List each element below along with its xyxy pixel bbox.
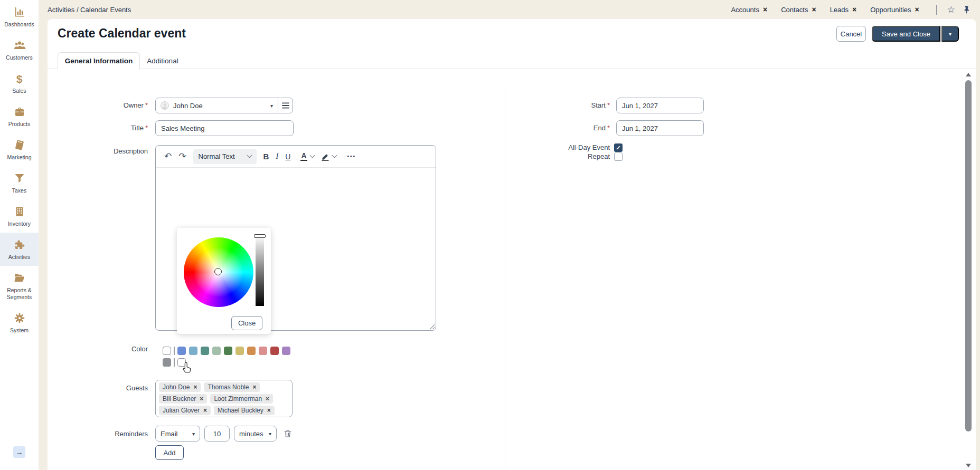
font-color-letter: A <box>300 152 307 161</box>
guest-tag: John Doe× <box>159 382 201 392</box>
more-options-button[interactable]: ••• <box>347 154 356 159</box>
owner-value: John Doe <box>173 102 203 110</box>
required-mark: * <box>607 124 610 132</box>
star-icon[interactable]: ☆ <box>947 5 955 14</box>
remove-guest-icon[interactable]: × <box>267 407 271 414</box>
quick-tab-label: Accounts <box>731 6 759 14</box>
start-date-input[interactable] <box>616 98 704 113</box>
color-swatch[interactable] <box>212 347 221 355</box>
italic-button[interactable]: I <box>276 152 278 161</box>
undo-icon[interactable]: ↶ <box>164 151 172 162</box>
reminder-type-select[interactable]: Email ▾ <box>155 426 200 442</box>
bold-button[interactable]: B <box>263 152 269 161</box>
sidebar-item-inventory[interactable]: Inventory <box>0 199 39 233</box>
color-swatch[interactable] <box>201 347 209 355</box>
close-button[interactable]: Close <box>231 316 262 330</box>
owner-select[interactable]: John Doe ▾ <box>155 98 278 113</box>
building-icon <box>13 205 26 218</box>
close-icon[interactable]: × <box>763 6 767 13</box>
sidebar-item-label: Marketing <box>6 154 32 161</box>
avatar <box>161 101 169 110</box>
color-swatch-none[interactable] <box>163 347 171 355</box>
required-mark: * <box>607 101 610 109</box>
sidebar-item-label: Inventory <box>7 220 32 227</box>
color-swatch-custom[interactable] <box>177 358 186 367</box>
guests-input[interactable]: John Doe× Thomas Noble× Bill Buckner× Lo… <box>155 380 293 417</box>
color-swatch[interactable] <box>224 347 232 355</box>
pin-icon[interactable] <box>963 5 972 14</box>
color-swatch[interactable] <box>259 347 267 355</box>
trash-icon[interactable] <box>283 429 293 438</box>
cancel-button[interactable]: Cancel <box>836 26 866 42</box>
sidebar-item-marketing[interactable]: Marketing <box>0 133 39 166</box>
font-color-button[interactable]: A <box>300 152 314 161</box>
color-swatch-gray[interactable] <box>163 358 171 367</box>
all-day-checkbox[interactable]: ✓ <box>614 143 623 152</box>
sidebar-item-dashboards[interactable]: Dashboards <box>0 0 39 33</box>
brightness-bar[interactable] <box>256 235 264 306</box>
chevron-down-icon <box>332 153 337 158</box>
title-label: Title* <box>48 120 148 136</box>
sidebar-item-system[interactable]: System <box>0 306 39 339</box>
add-reminder-button[interactable]: Add <box>155 445 184 460</box>
quick-tab-accounts[interactable]: Accounts × <box>731 6 767 14</box>
bar-chart-icon <box>13 5 26 19</box>
save-dropdown-button[interactable]: ▾ <box>941 26 959 42</box>
reminder-unit-value: minutes <box>239 430 263 438</box>
repeat-checkbox[interactable] <box>614 152 623 161</box>
sidebar-item-customers[interactable]: Customers <box>0 33 39 66</box>
color-swatch[interactable] <box>282 347 290 355</box>
end-date-input[interactable] <box>616 120 704 136</box>
chevron-down-icon <box>247 153 252 158</box>
sidebar-item-activities[interactable]: Activities <box>0 233 39 266</box>
color-swatch[interactable] <box>189 347 197 355</box>
sidebar-item-taxes[interactable]: Taxes <box>0 166 39 199</box>
close-icon[interactable]: × <box>915 6 919 13</box>
save-and-close-button[interactable]: Save and Close <box>872 26 940 42</box>
close-icon[interactable]: × <box>852 6 856 13</box>
guest-tag: Loot Zimmerman× <box>210 394 273 404</box>
sidebar-item-products[interactable]: Products <box>0 100 39 133</box>
quick-tab-contacts[interactable]: Contacts × <box>781 6 816 14</box>
topbar: Activities / Calendar Events Accounts × … <box>39 0 980 19</box>
quick-tab-leads[interactable]: Leads × <box>830 6 857 14</box>
underline-button[interactable]: U <box>285 152 290 161</box>
tab-general-information[interactable]: General Information <box>58 52 140 70</box>
color-swatch[interactable] <box>247 347 256 355</box>
scrollbar-thumb[interactable] <box>965 80 972 431</box>
reminder-unit-select[interactable]: minutes ▾ <box>234 426 277 442</box>
quick-tab-label: Leads <box>830 6 849 14</box>
page-title: Create Calendar event <box>58 26 186 41</box>
remove-guest-icon[interactable]: × <box>203 407 207 414</box>
tab-additional[interactable]: Additional <box>146 52 179 69</box>
color-swatch[interactable] <box>235 347 244 355</box>
guests-label: Guests <box>48 384 148 392</box>
color-wheel-selector[interactable] <box>214 268 222 275</box>
sidebar: Dashboards Customers $ Sales Products Ma… <box>0 0 39 470</box>
highlight-color-button[interactable] <box>321 152 336 161</box>
color-swatch[interactable] <box>270 347 279 355</box>
scrollbar-down-arrow[interactable] <box>966 464 971 467</box>
gear-icon <box>13 311 26 325</box>
remove-guest-icon[interactable]: × <box>193 383 197 391</box>
remove-guest-icon[interactable]: × <box>252 383 256 391</box>
sidebar-item-reports-segments[interactable]: Reports & Segments <box>0 266 39 306</box>
close-icon[interactable]: × <box>812 6 816 13</box>
paragraph-style-select[interactable]: Normal Text <box>193 149 257 164</box>
color-wheel[interactable] <box>184 237 253 307</box>
scrollbar-up-arrow[interactable] <box>966 73 971 76</box>
color-swatch[interactable] <box>177 347 186 355</box>
sidebar-expand-button[interactable]: → <box>13 446 25 458</box>
remove-guest-icon[interactable]: × <box>266 395 269 402</box>
quick-tab-opportunities[interactable]: Opportunities × <box>870 6 919 14</box>
guest-tag: Julian Glover× <box>159 406 211 415</box>
breadcrumb[interactable]: Activities / Calendar Events <box>48 6 131 14</box>
title-input[interactable] <box>155 120 294 136</box>
sidebar-item-sales[interactable]: $ Sales <box>0 66 39 100</box>
remove-guest-icon[interactable]: × <box>200 395 203 402</box>
reminder-amount-input[interactable] <box>204 426 230 442</box>
chevron-down-icon: ▾ <box>949 31 951 37</box>
owner-menu-button[interactable] <box>278 98 293 113</box>
redo-icon[interactable]: ↷ <box>178 151 186 162</box>
brightness-handle[interactable] <box>254 234 266 238</box>
